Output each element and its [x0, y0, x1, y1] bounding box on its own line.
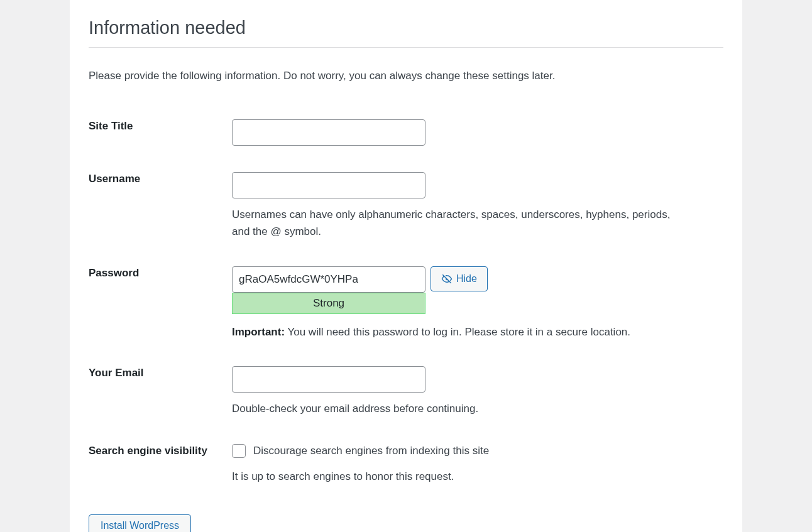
install-wordpress-button[interactable]: Install WordPress	[89, 514, 191, 532]
password-input[interactable]	[232, 266, 425, 293]
username-hint: Usernames can have only alphanumeric cha…	[232, 206, 684, 240]
hide-button-label: Hide	[456, 273, 477, 285]
password-label: Password	[89, 249, 232, 349]
username-label: Username	[89, 155, 232, 249]
seo-checkbox-label: Discourage search engines from indexing …	[253, 445, 489, 457]
site-title-input[interactable]	[232, 119, 425, 146]
username-input[interactable]	[232, 172, 425, 198]
seo-visibility-label: Search engine visibility	[89, 426, 232, 492]
email-input[interactable]	[232, 366, 425, 393]
install-form-card: Information needed Please provide the fo…	[70, 0, 742, 532]
email-hint: Double-check your email address before c…	[232, 400, 684, 417]
password-strength-indicator: Strong	[232, 293, 425, 314]
hide-password-button[interactable]: Hide	[431, 266, 488, 291]
email-label: Your Email	[89, 349, 232, 426]
seo-discourage-checkbox[interactable]	[232, 444, 246, 458]
intro-text: Please provide the following information…	[89, 68, 723, 84]
important-text: You will need this password to log in. P…	[285, 326, 630, 338]
eye-slash-icon	[441, 273, 453, 285]
form-table: Site Title Username Usernames can have o…	[89, 111, 723, 492]
password-important-note: Important: You will need this password t…	[232, 324, 723, 340]
seo-note: It is up to search engines to honor this…	[232, 470, 723, 483]
page-title: Information needed	[89, 0, 723, 48]
site-title-label: Site Title	[89, 111, 232, 155]
important-label: Important:	[232, 326, 285, 338]
